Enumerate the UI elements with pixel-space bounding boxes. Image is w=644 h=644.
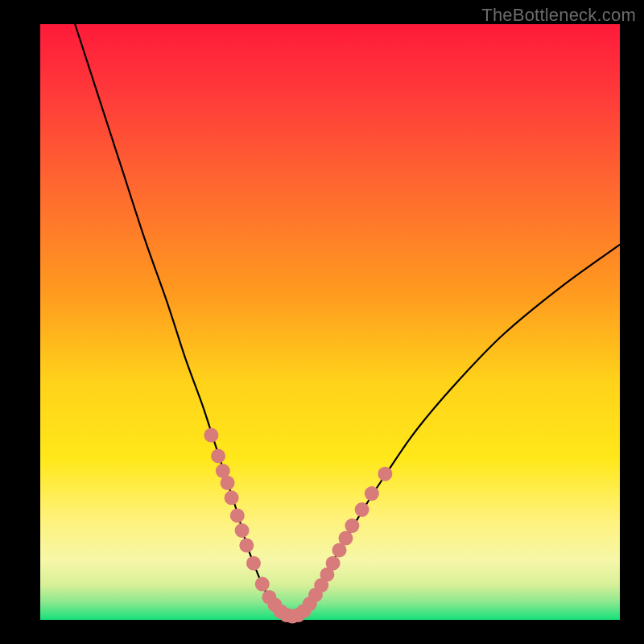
curve-marker	[378, 467, 392, 481]
curve-marker	[246, 556, 261, 571]
chart-svg	[0, 0, 644, 644]
curve-marker	[326, 556, 341, 571]
curve-marker	[345, 518, 359, 533]
curve-marker	[338, 531, 353, 546]
curve-marker	[255, 577, 270, 592]
curve-marker	[235, 523, 250, 538]
chart-stage: TheBottleneck.com	[0, 0, 644, 644]
curve-marker	[204, 428, 218, 443]
watermark-text: TheBottleneck.com	[481, 5, 636, 26]
curve-marker	[221, 476, 235, 490]
curve-marker	[355, 502, 369, 517]
curve-marker	[230, 509, 245, 523]
curve-marker	[211, 449, 225, 464]
plot-gradient-background	[40, 24, 620, 620]
curve-marker	[365, 486, 379, 501]
curve-marker	[239, 539, 254, 553]
curve-marker	[225, 490, 239, 505]
